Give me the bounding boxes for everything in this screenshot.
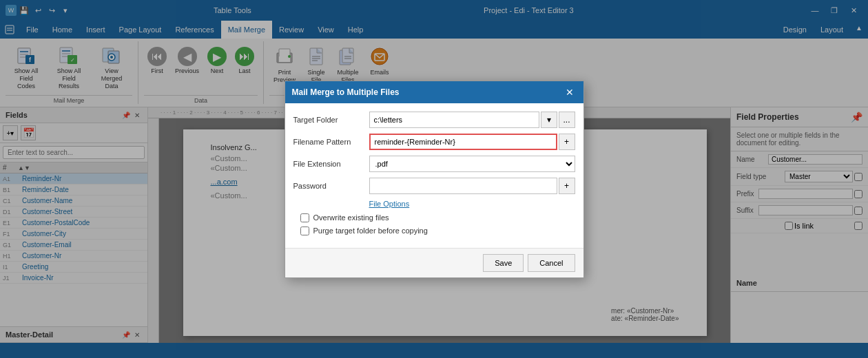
dialog-close-btn[interactable]: ✕: [563, 85, 577, 99]
dialog-cancel-btn[interactable]: Cancel: [528, 254, 575, 272]
dialog-target-folder-label: Target Folder: [293, 116, 369, 124]
dialog-footer: Save Cancel: [285, 248, 583, 277]
dialog-file-extension-row: File Extension .pdf .docx .doc: [293, 156, 575, 172]
dialog-overwrite-row: Overwrite existing files: [300, 213, 575, 222]
dialog-file-extension-field: .pdf .docx .doc: [369, 156, 575, 172]
dialog-password-input[interactable]: [369, 178, 557, 194]
dialog-password-add-btn[interactable]: +: [559, 178, 575, 194]
dialog-title-bar: Mail Merge to Multiple Files ✕: [285, 81, 583, 103]
dialog-purge-row: Purge target folder before copying: [300, 227, 575, 235]
dialog-target-folder-row: Target Folder ▾ ...: [293, 112, 575, 128]
dialog-filename-pattern-row: Filename Pattern +: [293, 134, 575, 150]
dialog-target-folder-browse-btn[interactable]: ...: [559, 112, 575, 128]
mail-merge-dialog: Mail Merge to Multiple Files ✕ Target Fo…: [285, 81, 584, 278]
dialog-filename-pattern-input[interactable]: [369, 134, 557, 150]
dialog-filename-add-btn[interactable]: +: [559, 134, 575, 150]
dialog-purge-checkbox[interactable]: [300, 227, 309, 235]
dialog-file-extension-label: File Extension: [293, 160, 369, 168]
dialog-title: Mail Merge to Multiple Files: [292, 87, 400, 97]
dialog-filename-pattern-field: +: [369, 134, 575, 150]
dialog-content: Target Folder ▾ ... Filename Pattern + F…: [285, 103, 583, 248]
dialog-overwrite-label: Overwrite existing files: [313, 213, 389, 222]
dialog-overwrite-checkbox[interactable]: [300, 213, 309, 222]
dialog-file-extension-select[interactable]: .pdf .docx .doc: [369, 156, 575, 172]
dialog-purge-label: Purge target folder before copying: [313, 227, 428, 235]
dialog-target-folder-field: ▾ ...: [369, 112, 575, 128]
dialog-target-folder-dropdown-btn[interactable]: ▾: [541, 112, 557, 128]
dialog-filename-pattern-label: Filename Pattern: [293, 138, 369, 146]
dialog-password-row: Password +: [293, 178, 575, 194]
dialog-password-label: Password: [293, 182, 369, 190]
dialog-password-field: +: [369, 178, 575, 194]
dialog-file-options-link[interactable]: File Options: [369, 200, 575, 208]
dialog-target-folder-input[interactable]: [369, 112, 539, 128]
dialog-save-btn[interactable]: Save: [483, 254, 524, 272]
dialog-overlay: Mail Merge to Multiple Files ✕ Target Fo…: [0, 0, 868, 358]
